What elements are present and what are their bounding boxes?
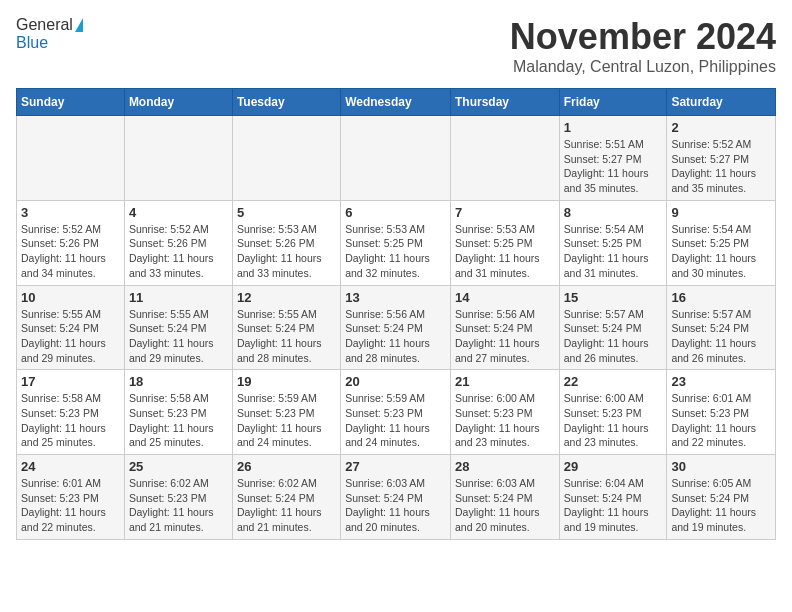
week-row-2: 10Sunrise: 5:55 AM Sunset: 5:24 PM Dayli… bbox=[17, 285, 776, 370]
day-info: Sunrise: 5:57 AM Sunset: 5:24 PM Dayligh… bbox=[671, 307, 771, 366]
day-info: Sunrise: 5:52 AM Sunset: 5:27 PM Dayligh… bbox=[671, 137, 771, 196]
day-cell: 26Sunrise: 6:02 AM Sunset: 5:24 PM Dayli… bbox=[232, 455, 340, 540]
week-row-0: 1Sunrise: 5:51 AM Sunset: 5:27 PM Daylig… bbox=[17, 116, 776, 201]
day-number: 30 bbox=[671, 459, 771, 474]
day-cell: 8Sunrise: 5:54 AM Sunset: 5:25 PM Daylig… bbox=[559, 200, 667, 285]
day-info: Sunrise: 5:52 AM Sunset: 5:26 PM Dayligh… bbox=[129, 222, 228, 281]
day-cell: 7Sunrise: 5:53 AM Sunset: 5:25 PM Daylig… bbox=[450, 200, 559, 285]
header-row: SundayMondayTuesdayWednesdayThursdayFrid… bbox=[17, 89, 776, 116]
day-number: 7 bbox=[455, 205, 555, 220]
day-number: 2 bbox=[671, 120, 771, 135]
day-number: 24 bbox=[21, 459, 120, 474]
day-number: 28 bbox=[455, 459, 555, 474]
day-cell: 29Sunrise: 6:04 AM Sunset: 5:24 PM Dayli… bbox=[559, 455, 667, 540]
day-cell: 24Sunrise: 6:01 AM Sunset: 5:23 PM Dayli… bbox=[17, 455, 125, 540]
day-cell: 4Sunrise: 5:52 AM Sunset: 5:26 PM Daylig… bbox=[124, 200, 232, 285]
header-cell-wednesday: Wednesday bbox=[341, 89, 451, 116]
header-cell-saturday: Saturday bbox=[667, 89, 776, 116]
month-title: November 2024 bbox=[510, 16, 776, 58]
day-info: Sunrise: 6:00 AM Sunset: 5:23 PM Dayligh… bbox=[455, 391, 555, 450]
day-cell bbox=[450, 116, 559, 201]
day-cell: 1Sunrise: 5:51 AM Sunset: 5:27 PM Daylig… bbox=[559, 116, 667, 201]
day-info: Sunrise: 5:55 AM Sunset: 5:24 PM Dayligh… bbox=[129, 307, 228, 366]
day-info: Sunrise: 6:02 AM Sunset: 5:24 PM Dayligh… bbox=[237, 476, 336, 535]
day-number: 3 bbox=[21, 205, 120, 220]
day-cell: 12Sunrise: 5:55 AM Sunset: 5:24 PM Dayli… bbox=[232, 285, 340, 370]
header-cell-sunday: Sunday bbox=[17, 89, 125, 116]
day-number: 18 bbox=[129, 374, 228, 389]
day-cell: 17Sunrise: 5:58 AM Sunset: 5:23 PM Dayli… bbox=[17, 370, 125, 455]
day-info: Sunrise: 5:51 AM Sunset: 5:27 PM Dayligh… bbox=[564, 137, 663, 196]
day-cell: 23Sunrise: 6:01 AM Sunset: 5:23 PM Dayli… bbox=[667, 370, 776, 455]
day-number: 9 bbox=[671, 205, 771, 220]
day-info: Sunrise: 5:55 AM Sunset: 5:24 PM Dayligh… bbox=[21, 307, 120, 366]
day-cell bbox=[124, 116, 232, 201]
day-cell: 27Sunrise: 6:03 AM Sunset: 5:24 PM Dayli… bbox=[341, 455, 451, 540]
day-number: 16 bbox=[671, 290, 771, 305]
page-header: General Blue November 2024 Malanday, Cen… bbox=[16, 16, 776, 76]
day-cell: 22Sunrise: 6:00 AM Sunset: 5:23 PM Dayli… bbox=[559, 370, 667, 455]
day-info: Sunrise: 6:05 AM Sunset: 5:24 PM Dayligh… bbox=[671, 476, 771, 535]
day-info: Sunrise: 5:54 AM Sunset: 5:25 PM Dayligh… bbox=[564, 222, 663, 281]
day-info: Sunrise: 5:58 AM Sunset: 5:23 PM Dayligh… bbox=[129, 391, 228, 450]
header-cell-tuesday: Tuesday bbox=[232, 89, 340, 116]
calendar-header: SundayMondayTuesdayWednesdayThursdayFrid… bbox=[17, 89, 776, 116]
day-info: Sunrise: 5:56 AM Sunset: 5:24 PM Dayligh… bbox=[345, 307, 446, 366]
day-cell: 13Sunrise: 5:56 AM Sunset: 5:24 PM Dayli… bbox=[341, 285, 451, 370]
day-info: Sunrise: 5:58 AM Sunset: 5:23 PM Dayligh… bbox=[21, 391, 120, 450]
logo: General Blue bbox=[16, 16, 83, 52]
logo-blue-text: Blue bbox=[16, 34, 48, 52]
day-number: 8 bbox=[564, 205, 663, 220]
calendar-table: SundayMondayTuesdayWednesdayThursdayFrid… bbox=[16, 88, 776, 540]
header-cell-friday: Friday bbox=[559, 89, 667, 116]
day-number: 26 bbox=[237, 459, 336, 474]
day-info: Sunrise: 5:52 AM Sunset: 5:26 PM Dayligh… bbox=[21, 222, 120, 281]
location-title: Malanday, Central Luzon, Philippines bbox=[510, 58, 776, 76]
day-info: Sunrise: 6:02 AM Sunset: 5:23 PM Dayligh… bbox=[129, 476, 228, 535]
day-cell bbox=[17, 116, 125, 201]
day-number: 15 bbox=[564, 290, 663, 305]
day-number: 13 bbox=[345, 290, 446, 305]
day-number: 22 bbox=[564, 374, 663, 389]
day-number: 25 bbox=[129, 459, 228, 474]
day-info: Sunrise: 5:59 AM Sunset: 5:23 PM Dayligh… bbox=[345, 391, 446, 450]
day-number: 14 bbox=[455, 290, 555, 305]
logo-general-text: General bbox=[16, 16, 73, 34]
day-number: 21 bbox=[455, 374, 555, 389]
day-cell bbox=[232, 116, 340, 201]
day-cell: 16Sunrise: 5:57 AM Sunset: 5:24 PM Dayli… bbox=[667, 285, 776, 370]
day-number: 6 bbox=[345, 205, 446, 220]
day-cell: 14Sunrise: 5:56 AM Sunset: 5:24 PM Dayli… bbox=[450, 285, 559, 370]
day-number: 4 bbox=[129, 205, 228, 220]
day-cell: 5Sunrise: 5:53 AM Sunset: 5:26 PM Daylig… bbox=[232, 200, 340, 285]
day-cell: 10Sunrise: 5:55 AM Sunset: 5:24 PM Dayli… bbox=[17, 285, 125, 370]
day-info: Sunrise: 5:57 AM Sunset: 5:24 PM Dayligh… bbox=[564, 307, 663, 366]
day-info: Sunrise: 5:53 AM Sunset: 5:26 PM Dayligh… bbox=[237, 222, 336, 281]
day-cell: 20Sunrise: 5:59 AM Sunset: 5:23 PM Dayli… bbox=[341, 370, 451, 455]
day-cell: 15Sunrise: 5:57 AM Sunset: 5:24 PM Dayli… bbox=[559, 285, 667, 370]
day-info: Sunrise: 6:03 AM Sunset: 5:24 PM Dayligh… bbox=[455, 476, 555, 535]
day-info: Sunrise: 6:00 AM Sunset: 5:23 PM Dayligh… bbox=[564, 391, 663, 450]
day-cell bbox=[341, 116, 451, 201]
day-number: 29 bbox=[564, 459, 663, 474]
day-number: 12 bbox=[237, 290, 336, 305]
header-cell-thursday: Thursday bbox=[450, 89, 559, 116]
day-cell: 3Sunrise: 5:52 AM Sunset: 5:26 PM Daylig… bbox=[17, 200, 125, 285]
day-info: Sunrise: 5:59 AM Sunset: 5:23 PM Dayligh… bbox=[237, 391, 336, 450]
day-info: Sunrise: 5:53 AM Sunset: 5:25 PM Dayligh… bbox=[345, 222, 446, 281]
day-info: Sunrise: 5:55 AM Sunset: 5:24 PM Dayligh… bbox=[237, 307, 336, 366]
day-info: Sunrise: 6:01 AM Sunset: 5:23 PM Dayligh… bbox=[21, 476, 120, 535]
day-cell: 19Sunrise: 5:59 AM Sunset: 5:23 PM Dayli… bbox=[232, 370, 340, 455]
day-number: 20 bbox=[345, 374, 446, 389]
day-info: Sunrise: 5:54 AM Sunset: 5:25 PM Dayligh… bbox=[671, 222, 771, 281]
day-cell: 2Sunrise: 5:52 AM Sunset: 5:27 PM Daylig… bbox=[667, 116, 776, 201]
week-row-1: 3Sunrise: 5:52 AM Sunset: 5:26 PM Daylig… bbox=[17, 200, 776, 285]
week-row-3: 17Sunrise: 5:58 AM Sunset: 5:23 PM Dayli… bbox=[17, 370, 776, 455]
header-cell-monday: Monday bbox=[124, 89, 232, 116]
day-number: 1 bbox=[564, 120, 663, 135]
calendar-body: 1Sunrise: 5:51 AM Sunset: 5:27 PM Daylig… bbox=[17, 116, 776, 540]
day-info: Sunrise: 6:03 AM Sunset: 5:24 PM Dayligh… bbox=[345, 476, 446, 535]
title-block: November 2024 Malanday, Central Luzon, P… bbox=[510, 16, 776, 76]
logo-triangle-icon bbox=[75, 18, 83, 32]
day-number: 10 bbox=[21, 290, 120, 305]
